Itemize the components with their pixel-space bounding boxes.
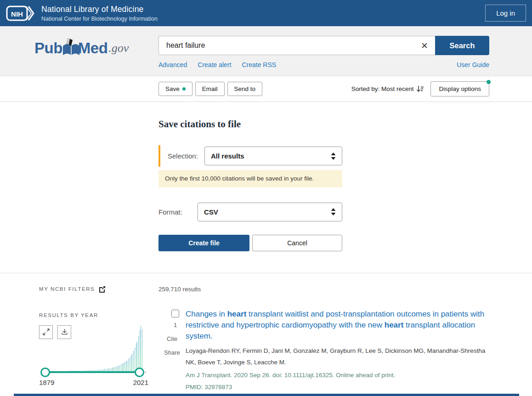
format-value: CSV xyxy=(204,208,218,216)
year-end-label: 2021 xyxy=(133,379,148,386)
save-button[interactable]: Save xyxy=(158,82,192,96)
result-rail: 1 Cite Share xyxy=(158,309,186,396)
pubmed-logo-gov: .gov xyxy=(108,41,129,55)
advanced-link[interactable]: Advanced xyxy=(158,61,187,68)
search-input[interactable] xyxy=(159,36,414,55)
expand-icon xyxy=(43,328,50,335)
pubmed-logo-med: Med xyxy=(78,40,108,57)
save-button-label: Save xyxy=(165,85,180,92)
email-button[interactable]: Email xyxy=(195,82,225,96)
download-chart-button[interactable] xyxy=(57,325,71,339)
share-link[interactable]: Share xyxy=(164,349,180,356)
search-column: ✕ Search Advanced Create alert Create RS… xyxy=(158,36,489,76)
filters-sidebar: MY NCBI FILTERS RESULTS BY YEAR xyxy=(39,286,152,396)
external-link-icon xyxy=(99,286,106,293)
expand-chart-button[interactable] xyxy=(39,325,53,339)
updown-arrows-icon xyxy=(331,208,336,215)
nih-logo-icon: NIH xyxy=(6,4,35,23)
result-item: 1 Cite Share Changes in heart transplant… xyxy=(158,309,498,396)
display-options-dot xyxy=(487,80,491,84)
my-ncbi-filters-label: MY NCBI FILTERS xyxy=(39,286,95,292)
nlm-title[interactable]: National Library of Medicine xyxy=(41,5,485,14)
display-options-label: Display options xyxy=(439,85,481,92)
results-toolbar: Save Email Send to Sorted by: Most recen… xyxy=(0,76,532,102)
results-list: 259,710 results 1 Cite Share Changes in … xyxy=(158,286,498,396)
result-citation: Am J Transplant. 2020 Sep 26. doi: 10.11… xyxy=(186,372,494,379)
pubmed-logo-pub: Pub xyxy=(34,40,62,57)
selection-value: All results xyxy=(211,152,244,160)
updown-arrows-icon xyxy=(331,153,336,160)
open-book-icon xyxy=(62,38,81,60)
save-panel-title: Save citations to file xyxy=(158,119,342,130)
results-region: MY NCBI FILTERS RESULTS BY YEAR xyxy=(0,273,532,396)
my-ncbi-filters[interactable]: MY NCBI FILTERS xyxy=(39,286,152,293)
sorted-by-label[interactable]: Sorted by: Most recent xyxy=(351,85,414,92)
results-by-year-chart: 1879 2021 xyxy=(39,321,152,390)
results-by-year-text: RESULTS BY YEAR xyxy=(39,312,98,318)
selection-label: Selection: xyxy=(168,152,204,160)
cite-link[interactable]: Cite xyxy=(167,335,177,342)
format-dropdown[interactable]: CSV xyxy=(198,203,342,221)
search-band: Pub Med .gov ✕ Search Advanced Create al… xyxy=(0,26,532,76)
save-dialog-actions: Create file Cancel xyxy=(158,235,342,251)
slider-track[interactable] xyxy=(45,371,137,373)
sort-order-icon[interactable] xyxy=(416,85,424,93)
selection-row: Selection: All results xyxy=(158,145,342,167)
format-label: Format: xyxy=(158,208,198,216)
nih-logo[interactable]: NIH xyxy=(6,4,35,23)
year-slider-handle-left[interactable] xyxy=(40,368,50,377)
download-icon xyxy=(61,328,68,335)
result-checkbox[interactable] xyxy=(171,310,179,317)
create-rss-link[interactable]: Create RSS xyxy=(242,61,276,68)
result-pmid: PMID: 32978873 xyxy=(186,384,494,390)
search-links-row: Advanced Create alert Create RSS User Gu… xyxy=(158,61,489,68)
nih-titles: National Library of Medicine National Ce… xyxy=(41,5,485,22)
year-start-label: 1879 xyxy=(39,379,54,386)
search-button[interactable]: Search xyxy=(435,36,489,55)
save-citations-panel: Save citations to file Selection: All re… xyxy=(158,102,342,251)
results-count: 259,710 results xyxy=(158,286,498,293)
display-options-button[interactable]: Display options xyxy=(430,81,489,96)
year-slider-handle-right[interactable] xyxy=(135,368,144,377)
result-index: 1 xyxy=(174,322,177,328)
create-file-button[interactable]: Create file xyxy=(158,235,249,251)
svg-text:NIH: NIH xyxy=(11,10,23,17)
send-to-button[interactable]: Send to xyxy=(227,82,263,96)
result-body: Changes in heart transplant waitlist and… xyxy=(186,309,494,396)
selection-dropdown[interactable]: All results xyxy=(204,147,342,165)
ncbi-subtitle: National Center for Biotechnology Inform… xyxy=(41,16,485,22)
citation-limit-warning: Only the first 10,000 citations will be … xyxy=(158,170,342,187)
clear-search-icon[interactable]: ✕ xyxy=(414,36,435,55)
results-by-year-label: RESULTS BY YEAR xyxy=(39,312,152,318)
format-row: Format: CSV xyxy=(158,203,342,221)
result-title[interactable]: Changes in heart transplant waitlist and… xyxy=(186,309,494,342)
login-button[interactable]: Log in xyxy=(485,5,526,22)
footer-top-strip xyxy=(14,394,519,396)
search-input-wrap: ✕ xyxy=(158,36,435,55)
year-range-slider xyxy=(39,368,143,377)
result-authors: Loyaga-Rendon RY, Fermin D, Jani M, Gonz… xyxy=(186,345,494,368)
nih-header: NIH National Library of Medicine Nationa… xyxy=(0,0,532,26)
user-guide-link[interactable]: User Guide xyxy=(457,61,489,68)
cancel-button[interactable]: Cancel xyxy=(252,235,342,251)
create-alert-link[interactable]: Create alert xyxy=(198,61,231,68)
pubmed-logo[interactable]: Pub Med .gov xyxy=(34,36,158,76)
save-status-dot xyxy=(182,87,186,91)
